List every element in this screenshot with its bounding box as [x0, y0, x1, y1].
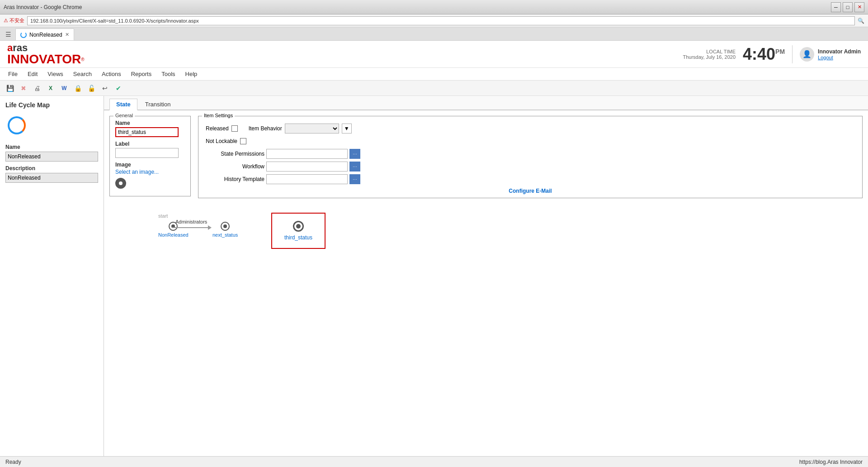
label-field-input[interactable]: [115, 148, 179, 158]
state-permissions-label: State Permissions: [206, 151, 264, 157]
status-text: Ready: [5, 459, 21, 465]
form-area: General Name Label Image Select an image…: [104, 110, 868, 204]
menu-file[interactable]: File: [4, 69, 22, 79]
state-permissions-row: State Permissions ⋯: [206, 149, 855, 159]
nonreleased-label: NonReleased: [158, 232, 189, 238]
cancel-button: ✖: [17, 82, 30, 95]
local-time-block: LOCAL TIME Thursday, July 16, 2020: [683, 49, 736, 60]
restore-button[interactable]: □: [843, 2, 853, 12]
browser-tab[interactable]: NonReleased ✕: [15, 29, 74, 40]
tab-close-button[interactable]: ✕: [65, 32, 69, 38]
print-button[interactable]: 🖨: [31, 82, 43, 95]
status-url-hint: https://blog.Aras Innovator: [799, 459, 863, 465]
not-lockable-checkbox[interactable]: [240, 138, 246, 144]
menu-views[interactable]: Views: [43, 69, 67, 79]
start-label: start: [158, 213, 168, 219]
configure-email-link[interactable]: Configure E-Mail: [206, 188, 855, 194]
header-right: LOCAL TIME Thursday, July 16, 2020 4:40P…: [683, 45, 861, 63]
undo-button[interactable]: ↩: [99, 82, 111, 95]
tab-loading-icon: [20, 32, 27, 38]
released-checkbox[interactable]: [231, 125, 238, 132]
history-template-label: History Template: [206, 176, 264, 182]
tab-state[interactable]: State: [109, 99, 137, 110]
browser-controls[interactable]: ─ □ ✕: [831, 2, 864, 12]
address-search-icon: 🔍: [858, 18, 864, 24]
url-input[interactable]: [27, 16, 855, 25]
history-template-input[interactable]: [266, 174, 348, 184]
close-button[interactable]: ✕: [854, 2, 864, 12]
logo-block: aras INNOVATOR®: [7, 43, 85, 66]
save-button[interactable]: 💾: [4, 82, 16, 95]
sidebar-description-input[interactable]: [5, 173, 98, 183]
menu-reports[interactable]: Reports: [127, 69, 156, 79]
menu-actions[interactable]: Actions: [97, 69, 126, 79]
state-permissions-button[interactable]: ⋯: [349, 149, 360, 159]
menu-tools[interactable]: Tools: [157, 69, 179, 79]
label-field-label: Label: [115, 141, 185, 147]
excel-button[interactable]: X: [44, 82, 57, 95]
local-time-date: Thursday, July 16, 2020: [683, 54, 736, 60]
hamburger-button[interactable]: ☰: [4, 29, 13, 40]
confirm-button[interactable]: ✔: [112, 82, 125, 95]
arrow-head: [208, 225, 212, 230]
lock-button[interactable]: 🔒: [71, 82, 84, 95]
released-label: Released: [206, 125, 229, 132]
sidebar-name-label: Name: [5, 144, 98, 150]
tab-transition[interactable]: Transition: [138, 99, 178, 110]
menu-search[interactable]: Search: [69, 69, 96, 79]
minimize-button[interactable]: ─: [831, 2, 841, 12]
logout-link[interactable]: Logout: [818, 55, 861, 60]
unlock-button[interactable]: 🔓: [85, 82, 98, 95]
history-template-row: History Template ⋯: [206, 174, 855, 184]
panel-tabs: State Transition: [104, 96, 868, 110]
general-section: General Name Label Image Select an image…: [109, 116, 191, 196]
menu-help[interactable]: Help: [181, 69, 202, 79]
toolbar: 💾 ✖ 🖨 X W 🔒 🔓 ↩ ✔: [0, 81, 868, 96]
name-field-input[interactable]: [115, 127, 179, 137]
user-info: Innovator Admin Logout: [818, 48, 861, 60]
name-row: Name: [115, 120, 185, 137]
not-lockable-label: Not Lockable: [206, 138, 237, 144]
menu-edit[interactable]: Edit: [23, 69, 42, 79]
arrow-label: Administrators: [175, 219, 207, 224]
arrow-line: [172, 227, 208, 228]
app-header: aras INNOVATOR® LOCAL TIME Thursday, Jul…: [0, 41, 868, 68]
history-template-button[interactable]: ⋯: [349, 174, 360, 184]
state-permissions-input[interactable]: [266, 149, 348, 159]
menu-bar: File Edit Views Search Actions Reports T…: [0, 68, 868, 81]
sidebar-description-label: Description: [5, 165, 98, 172]
user-name: Innovator Admin: [818, 48, 861, 55]
item-behavior-dropdown-btn[interactable]: ▼: [342, 124, 352, 133]
item-behavior-select[interactable]: [285, 124, 339, 133]
browser-title-bar: Aras Innovator - Google Chrome ─ □ ✕: [0, 0, 868, 14]
third-status-node[interactable]: third_status: [271, 213, 326, 249]
workflow-row: Workflow ⋯: [206, 162, 855, 172]
item-behavior-label: Item Behavior: [249, 125, 282, 132]
sidebar-name-input[interactable]: [5, 152, 98, 162]
logo-innovator: INNOVATOR®: [7, 53, 85, 66]
status-bar: Ready https://blog.Aras Innovator: [0, 456, 868, 467]
third-status-circle: [293, 221, 304, 232]
workflow-label: Workflow: [206, 163, 264, 170]
workflow-input[interactable]: [266, 162, 348, 172]
canvas-area: start NonReleased Administrators n: [122, 213, 868, 303]
label-row: Label: [115, 141, 185, 158]
user-block: 👤 Innovator Admin Logout: [800, 47, 861, 62]
user-avatar: 👤: [800, 47, 814, 62]
next-status-label: next_status: [212, 232, 238, 238]
next-status-circle: [221, 222, 230, 231]
image-field-label: Image: [115, 162, 185, 168]
next-status-circle-inner: [223, 224, 227, 228]
next-status-node[interactable]: next_status: [212, 222, 238, 238]
sidebar-title: Life Cycle Map: [5, 101, 98, 109]
main-layout: Life Cycle Map Name Description State Tr…: [0, 96, 868, 467]
workflow-button[interactable]: ⋯: [349, 162, 360, 172]
word-button[interactable]: W: [58, 82, 71, 95]
image-circle: [115, 178, 126, 189]
item-settings-legend: Item Settings: [202, 113, 235, 118]
third-status-label: third_status: [284, 234, 312, 241]
third-status-inner: [296, 224, 301, 229]
select-image-link[interactable]: Select an image...: [115, 169, 159, 175]
item-settings-section: Item Settings Released Item Behavior ▼: [198, 116, 863, 198]
right-panel: State Transition General Name Label Imag…: [104, 96, 868, 467]
